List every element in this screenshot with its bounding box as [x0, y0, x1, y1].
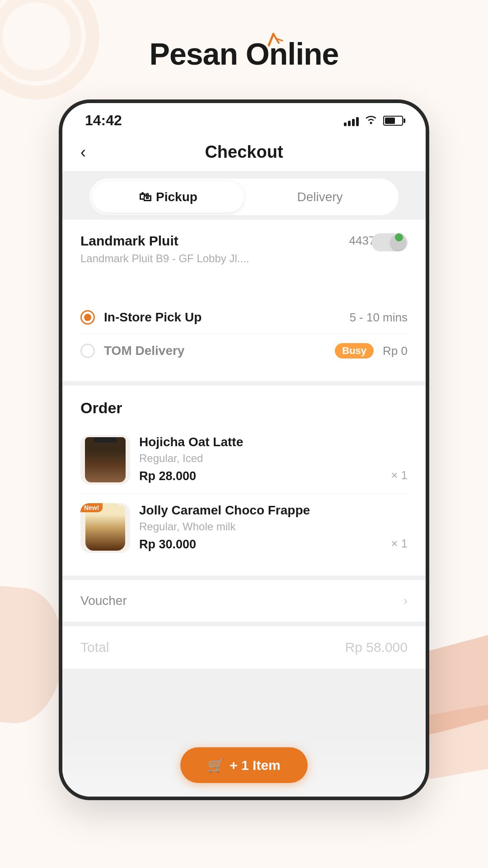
item-2-image: New! [80, 503, 130, 553]
item-2-desc: Regular, Whole milk [139, 520, 382, 533]
page-header: Pesan Online [0, 36, 488, 71]
item-1-details: Hojicha Oat Latte Regular, Iced Rp 28.00… [139, 435, 382, 483]
item-2-price: Rp 30.000 [139, 538, 382, 552]
tom-delivery-radio[interactable] [80, 344, 95, 358]
order-item-1: Hojicha Oat Latte Regular, Iced Rp 28.00… [80, 426, 408, 494]
item-2-name: Jolly Caramel Choco Frappe [139, 503, 382, 518]
location-row: Landmark Pluit 4437.0km › [80, 233, 408, 249]
item-1-price: Rp 28.000 [139, 469, 382, 483]
item-2-details: Jolly Caramel Choco Frappe Regular, Whol… [139, 503, 382, 552]
pickup-options-card: In-Store Pick Up 5 - 10 mins TOM Deliver… [62, 288, 426, 381]
tab-pickup[interactable]: 🛍 Pickup [92, 181, 244, 212]
item-1-name: Hojicha Oat Latte [139, 435, 382, 449]
item-2-qty: × 1 [391, 537, 408, 553]
nav-header: ‹ Checkout [62, 133, 426, 171]
in-store-time: 5 - 10 mins [349, 311, 408, 325]
battery-icon [383, 116, 403, 126]
order-item-2: New! Jolly Caramel Choco Frappe Regular,… [80, 494, 408, 562]
voucher-label: Voucher [80, 594, 127, 608]
wifi-icon [364, 113, 378, 127]
pickup-tab-label: Pickup [156, 190, 197, 204]
location-card: Landmark Pluit 4437.0km › Landmark Pluit… [62, 220, 426, 288]
voucher-chevron-icon: › [404, 594, 408, 608]
in-store-pickup-option[interactable]: In-Store Pick Up 5 - 10 mins [80, 301, 408, 334]
order-button[interactable]: 🛒 + 1 Item [180, 747, 308, 783]
total-row: Total Rp 58.000 [62, 626, 426, 669]
total-value: Rp 58.000 [345, 640, 408, 655]
pickup-tab-icon: 🛍 [139, 189, 151, 204]
tab-delivery[interactable]: Delivery [244, 181, 396, 212]
page-title: Pesan Online [150, 37, 339, 71]
online-status-dot [395, 233, 403, 241]
in-store-radio[interactable] [80, 310, 95, 325]
total-label: Total [80, 640, 109, 655]
item-1-desc: Regular, Iced [139, 452, 382, 465]
status-time: 14:42 [85, 112, 122, 129]
location-address: Landmark Pluit B9 - GF Lobby Jl.... [80, 252, 408, 265]
signal-icon [344, 115, 359, 126]
delivery-tab-label: Delivery [297, 190, 343, 204]
tom-delivery-label: TOM Delivery [104, 344, 321, 358]
new-badge: New! [80, 503, 103, 512]
back-button[interactable]: ‹ [80, 143, 86, 162]
item-1-qty: × 1 [391, 468, 408, 485]
bottom-bar: 🛒 + 1 Item [62, 738, 426, 795]
tom-delivery-price: Rp 0 [383, 344, 408, 358]
page-nav-title: Checkout [205, 142, 283, 162]
order-button-label: + 1 Item [230, 758, 281, 773]
tom-delivery-option[interactable]: TOM Delivery Busy Rp 0 [80, 334, 408, 368]
status-icons [344, 113, 403, 127]
busy-badge: Busy [335, 343, 374, 359]
tab-bar: 🛍 Pickup Delivery [89, 179, 399, 215]
status-bar: 14:42 [62, 103, 426, 133]
svg-line-0 [269, 34, 273, 45]
in-store-label: In-Store Pick Up [104, 310, 340, 325]
order-section: Order Hojicha Oat Latte Regular, Iced Rp… [62, 386, 426, 576]
location-name: Landmark Pluit [80, 233, 178, 249]
order-section-title: Order [80, 399, 408, 417]
order-button-icon: 🛒 [207, 757, 224, 773]
spark-icon [260, 32, 287, 59]
item-1-image [80, 435, 130, 485]
app-content: ‹ Checkout 🛍 Pickup Delivery Landmark Pl… [62, 133, 426, 795]
svg-point-3 [370, 122, 372, 124]
phone-mockup: 14:42 ‹ [59, 99, 429, 800]
voucher-row[interactable]: Voucher › [62, 580, 426, 622]
